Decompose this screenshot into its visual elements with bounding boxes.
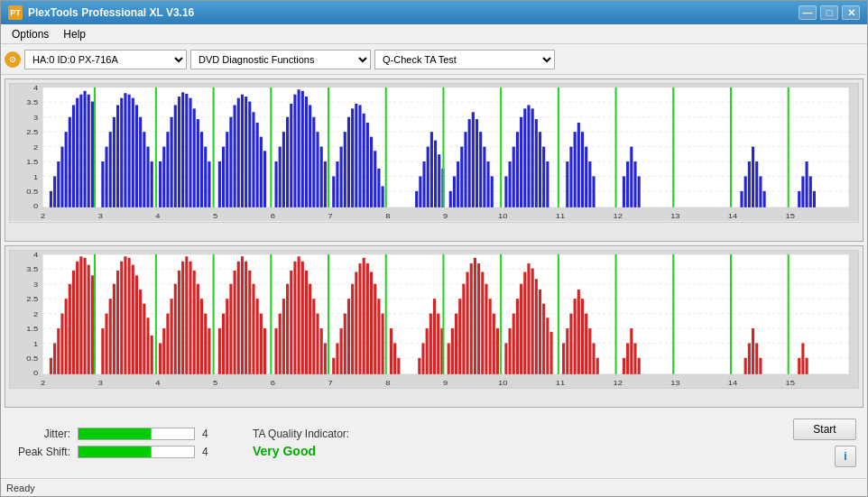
svg-rect-245 [151,335,153,373]
svg-text:2: 2 [41,212,46,219]
svg-rect-77 [218,161,221,207]
svg-rect-253 [181,261,184,373]
function-dropdown[interactable]: DVD Diagnostic Functions [190,50,371,69]
menu-help[interactable]: Help [56,26,93,42]
menu-options[interactable]: Options [5,26,56,42]
svg-text:4: 4 [155,212,161,219]
svg-rect-272 [256,299,259,374]
start-button[interactable]: Start [793,419,856,440]
svg-rect-113 [358,105,361,207]
svg-rect-302 [374,283,376,373]
svg-rect-308 [397,357,400,373]
svg-text:4: 4 [33,84,39,91]
svg-rect-285 [309,283,311,373]
maximize-button[interactable]: □ [820,5,838,20]
svg-rect-136 [472,112,475,207]
svg-rect-242 [139,290,142,374]
svg-rect-280 [290,270,292,373]
svg-rect-81 [234,105,236,207]
svg-rect-367 [755,343,758,373]
svg-rect-143 [504,176,507,207]
test-dropdown[interactable]: Q-Check TA Test [374,50,555,69]
svg-rect-83 [241,95,244,207]
svg-rect-322 [466,272,469,373]
svg-rect-357 [623,357,625,373]
svg-rect-326 [481,272,484,373]
svg-rect-248 [162,328,165,374]
info-button[interactable]: i [835,446,856,467]
svg-rect-100 [309,105,311,207]
svg-rect-237 [120,261,123,373]
svg-rect-42 [79,95,82,207]
close-button[interactable]: ✕ [842,5,860,20]
svg-rect-263 [222,313,225,373]
svg-text:5: 5 [213,378,218,385]
peak-shift-value: 4 [202,446,217,458]
svg-rect-115 [366,123,369,207]
svg-rect-286 [312,299,315,374]
svg-rect-111 [351,108,354,207]
svg-rect-255 [189,261,191,373]
svg-rect-274 [263,328,266,374]
svg-text:4: 4 [155,378,161,385]
svg-rect-54 [128,95,131,207]
svg-rect-321 [462,283,465,373]
svg-text:11: 11 [556,378,566,385]
svg-rect-78 [222,147,225,207]
status-bar: Ready [1,478,867,496]
svg-rect-273 [260,313,263,373]
svg-rect-75 [208,161,210,207]
svg-rect-295 [347,299,350,374]
svg-rect-150 [531,108,534,207]
svg-rect-229 [88,264,90,373]
jitter-fill [78,428,151,439]
svg-rect-297 [355,272,357,373]
svg-rect-55 [132,98,134,207]
svg-rect-133 [460,147,463,207]
svg-rect-131 [453,176,456,207]
svg-text:2.5: 2.5 [26,129,38,136]
svg-text:8: 8 [385,212,391,219]
svg-rect-293 [340,328,343,374]
main-window: PT PlexTools Professional XL V3.16 — □ ✕… [0,0,868,497]
svg-rect-341 [539,290,541,374]
svg-rect-320 [458,299,461,374]
minimize-button[interactable]: — [799,5,817,20]
svg-rect-39 [69,117,71,207]
svg-text:14: 14 [728,378,738,385]
svg-rect-260 [208,328,210,374]
svg-rect-252 [178,270,180,373]
svg-rect-65 [171,117,173,207]
top-chart: 4 3.5 3 2.5 2 1.5 1 0.5 0 2 3 4 5 [9,83,859,223]
svg-rect-250 [171,299,173,374]
svg-rect-74 [204,147,207,207]
svg-rect-103 [320,147,323,207]
svg-rect-284 [305,270,308,373]
svg-rect-251 [174,283,177,373]
svg-rect-137 [476,119,478,207]
svg-rect-226 [76,261,78,373]
svg-text:15: 15 [786,212,796,219]
svg-rect-141 [491,176,494,207]
peak-shift-fill [78,446,151,457]
quality-value: Very Good [253,444,349,458]
svg-rect-99 [305,97,308,207]
svg-rect-221 [57,328,60,374]
svg-rect-355 [596,357,599,373]
svg-text:1: 1 [33,339,39,346]
svg-rect-58 [143,132,145,207]
svg-rect-256 [193,270,196,373]
svg-rect-359 [630,328,633,374]
svg-rect-148 [523,108,526,207]
svg-rect-277 [279,313,282,373]
svg-rect-353 [588,328,591,374]
svg-rect-146 [516,132,519,207]
svg-rect-84 [245,97,247,207]
svg-rect-350 [577,290,580,374]
svg-rect-167 [630,147,633,207]
bottom-chart: 4 3.5 3 2.5 2 1.5 1 0.5 0 2 3 4 5 [9,250,859,390]
device-dropdown[interactable]: HA:0 ID:0 PX-716A [24,50,187,69]
svg-text:1: 1 [33,173,39,180]
svg-rect-173 [744,176,747,207]
svg-rect-162 [588,161,591,207]
